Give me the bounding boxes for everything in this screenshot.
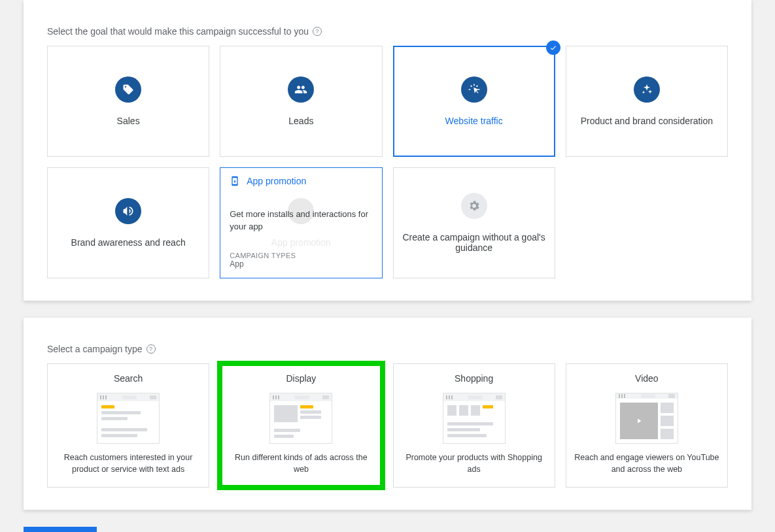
- type-card-desc: Run different kinds of ads across the we…: [227, 452, 375, 475]
- goal-card-brand-awareness[interactable]: Brand awareness and reach: [47, 167, 209, 278]
- type-card-title: Search: [114, 373, 143, 384]
- megaphone-icon: [115, 198, 141, 224]
- type-card-shopping[interactable]: Shopping: [393, 363, 555, 488]
- display-thumbnail: [269, 393, 332, 444]
- footer-buttons: CONTINUE CANCEL: [24, 527, 751, 532]
- ghost-label: App promotion: [271, 237, 331, 248]
- goal-card-no-goal[interactable]: Create a campaign without a goal's guida…: [393, 167, 555, 278]
- goal-card-label: Create a campaign without a goal's guida…: [403, 232, 545, 253]
- tag-icon: [115, 76, 141, 103]
- type-card-desc: Promote your products with Shopping ads: [400, 452, 548, 475]
- goal-card-website-traffic[interactable]: Website traffic: [393, 46, 555, 157]
- goal-card-leads[interactable]: Leads: [220, 46, 382, 157]
- type-card-search[interactable]: Search Reach customers interested in you…: [47, 363, 209, 488]
- type-card-title: Shopping: [455, 373, 493, 384]
- shopping-thumbnail: [443, 393, 506, 444]
- help-icon[interactable]: ?: [313, 27, 322, 36]
- app-icon: [230, 176, 240, 186]
- goal-card-title: App promotion: [247, 176, 306, 186]
- campaign-type-panel: Select a campaign type ? Search: [24, 318, 751, 510]
- check-icon: [546, 41, 560, 55]
- goal-selection-panel: Select the goal that would make this cam…: [24, 0, 751, 301]
- goal-section-title: Select the goal that would make this cam…: [47, 26, 728, 37]
- video-thumbnail: [615, 393, 678, 444]
- people-icon: [288, 76, 314, 103]
- goal-card-description: Get more installs and interactions for y…: [230, 208, 372, 233]
- type-section-title: Select a campaign type ?: [47, 344, 728, 354]
- goal-section-title-text: Select the goal that would make this cam…: [47, 26, 309, 37]
- goal-card-app-promotion[interactable]: App promotion App promotion Get more ins…: [220, 167, 382, 278]
- campaign-types-value: App: [230, 259, 296, 269]
- type-card-display[interactable]: Display: [220, 363, 382, 488]
- type-card-desc: Reach and engage viewers on YouTube and …: [573, 452, 721, 475]
- goal-card-sales[interactable]: Sales: [47, 46, 209, 157]
- goal-card-label: Leads: [288, 116, 313, 126]
- campaign-types-label: CAMPAIGN TYPES: [230, 252, 296, 259]
- search-thumbnail: [97, 393, 160, 444]
- goal-card-label: Brand awareness and reach: [71, 237, 186, 248]
- gear-icon: [461, 193, 487, 219]
- type-card-title: Video: [635, 373, 659, 384]
- goal-card-label: Sales: [117, 116, 140, 126]
- goal-card-product-brand-consideration[interactable]: Product and brand consideration: [566, 46, 728, 157]
- goal-card-label: Website traffic: [445, 116, 503, 126]
- help-icon[interactable]: ?: [146, 344, 156, 354]
- type-card-video[interactable]: Video Reach and engage viewer: [566, 363, 728, 488]
- type-card-title: Display: [286, 373, 316, 384]
- sparkle-icon: [634, 76, 660, 103]
- cursor-click-icon: [461, 76, 487, 103]
- goal-card-label: Product and brand consideration: [581, 116, 713, 126]
- type-section-title-text: Select a campaign type: [47, 344, 143, 354]
- type-card-desc: Reach customers interested in your produ…: [54, 452, 202, 475]
- continue-button[interactable]: CONTINUE: [24, 527, 97, 532]
